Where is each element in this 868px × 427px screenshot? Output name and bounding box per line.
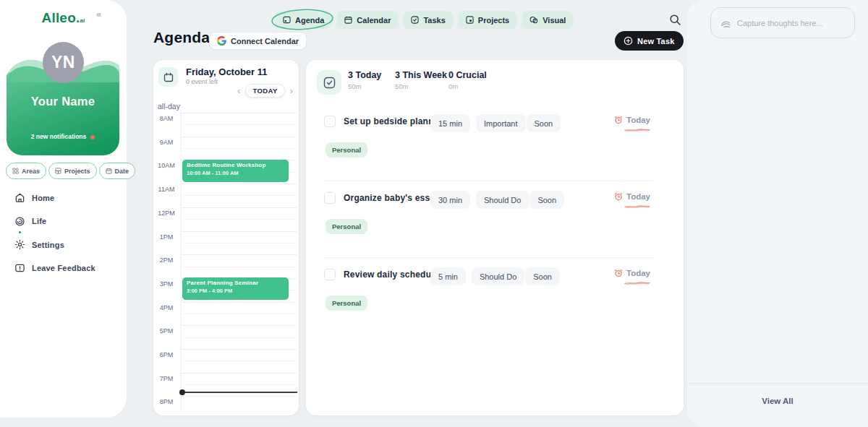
hour-label: 1PM [153, 233, 179, 241]
chevron-right-icon[interactable]: › [290, 86, 293, 95]
due-date[interactable]: Today [614, 192, 650, 201]
half-hour-line [181, 243, 297, 243]
filter-date-label: Date [115, 168, 129, 175]
tab-tasks[interactable]: Tasks [403, 11, 453, 29]
task-title[interactable]: Review daily schedule [344, 269, 439, 280]
row-divider [324, 257, 653, 258]
stat-crucial: 0 Crucial 0m [448, 70, 487, 90]
projects-icon [55, 168, 61, 174]
filter-date[interactable]: Date [99, 163, 136, 179]
gear-icon [14, 239, 25, 250]
hour-line [181, 373, 297, 374]
search-icon[interactable] [669, 14, 682, 27]
tab-agenda[interactable]: Agenda [275, 11, 332, 29]
due-date[interactable]: Today [614, 269, 650, 277]
life-active-dot [19, 231, 21, 233]
duration-chip[interactable]: 30 min [430, 191, 470, 209]
hour-label: 5PM [153, 327, 179, 335]
events-left: 0 event left [186, 78, 218, 85]
thoughts-panel: View All [687, 0, 868, 427]
duration-chip[interactable]: 5 min [430, 267, 466, 285]
google-icon [217, 36, 226, 46]
tab-projects-label: Projects [478, 16, 509, 25]
hour-label: 6PM [153, 351, 179, 358]
task-row: Organize baby's essentials 30 min Should… [306, 191, 684, 234]
nav-item-home[interactable]: Home [14, 192, 95, 203]
urgency-chip[interactable]: Soon [525, 267, 560, 285]
collapse-sidebar-icon[interactable]: « [96, 9, 101, 20]
thoughts-footer: View All [687, 384, 868, 427]
priority-chip[interactable]: Important [476, 114, 525, 132]
task-title[interactable]: Set up bedside planner [344, 116, 442, 126]
nav-item-life[interactable]: Life [14, 216, 95, 227]
task-checkbox[interactable] [324, 192, 336, 204]
hour-label: 8AM [153, 115, 179, 122]
nav-item-settings[interactable]: Settings [14, 239, 95, 250]
sidebar-nav: Home Life Settings Leave Feedback [14, 192, 95, 286]
notification-dot [90, 135, 95, 139]
alarm-clock-icon [614, 192, 623, 201]
calendar-nav: ‹ TODAY › [237, 84, 293, 98]
tab-calendar[interactable]: Calendar [336, 11, 399, 29]
filter-projects[interactable]: Projects [48, 163, 97, 179]
priority-chip[interactable]: Should Do [476, 191, 529, 209]
urgency-chip[interactable]: Soon [529, 191, 564, 209]
task-checkbox[interactable] [324, 116, 336, 127]
new-task-button[interactable]: New Task [615, 31, 684, 51]
tasks-panel: 3 Today 50m 3 This Week 50m 0 Crucial 0m… [306, 60, 684, 415]
today-button[interactable]: TODAY [245, 84, 284, 98]
view-tabs: Agenda Calendar Tasks Projects Visual [275, 11, 574, 29]
duration-chip[interactable]: 15 min [430, 114, 470, 132]
calendar-panel: Friday, October 11 0 event left ‹ TODAY … [153, 60, 299, 415]
calendar-event[interactable]: Bedtime Routine Workshop 10:00 AM - 11:0… [182, 160, 289, 182]
agenda-icon [283, 16, 291, 24]
due-date[interactable]: Today [614, 116, 650, 124]
profile-name: Your Name [7, 95, 119, 108]
home-icon [14, 192, 25, 203]
hour-line [181, 113, 297, 113]
task-row: Review daily schedule 5 min Should Do So… [306, 267, 684, 311]
priority-chip[interactable]: Should Do [472, 267, 524, 285]
nav-life-label: Life [32, 217, 46, 225]
hour-label: 8PM [153, 398, 179, 405]
hour-label: 3PM [153, 280, 179, 288]
half-hour-line [181, 124, 297, 125]
capture-thoughts-box[interactable] [710, 7, 855, 38]
half-hour-line [181, 267, 297, 267]
calendar-event[interactable]: Parent Planning Seminar 3:00 PM - 4:00 P… [182, 277, 289, 300]
tab-calendar-label: Calendar [357, 16, 391, 25]
connect-calendar-button[interactable]: Connect Calendar [209, 32, 307, 50]
nav-settings-label: Settings [32, 241, 64, 249]
capture-input[interactable] [737, 19, 846, 27]
new-task-label: New Task [637, 37, 675, 46]
view-all-link[interactable]: View All [687, 397, 868, 405]
urgency-chip[interactable]: Soon [527, 114, 561, 132]
task-tag-personal[interactable]: Personal [326, 296, 367, 311]
avatar[interactable]: YN [43, 42, 84, 83]
check-square-icon [323, 77, 336, 89]
hour-label: 7PM [153, 375, 179, 382]
filter-areas-label: Areas [22, 168, 40, 175]
hour-line [181, 207, 297, 208]
hour-label: 10AM [153, 162, 179, 169]
nav-home-label: Home [32, 194, 54, 202]
due-scribble-underline [624, 204, 650, 209]
tab-projects[interactable]: Projects [458, 11, 517, 29]
due-label: Today [626, 116, 650, 124]
current-time-dot [179, 389, 185, 395]
notifications-text[interactable]: 2 new notifications [7, 133, 119, 140]
chevron-left-icon[interactable]: ‹ [237, 86, 240, 95]
calendar-grid[interactable]: Bedtime Routine Workshop 10:00 AM - 11:0… [153, 100, 299, 413]
nav-item-leave-feedback[interactable]: Leave Feedback [14, 263, 95, 274]
alarm-clock-icon [614, 116, 623, 124]
filter-areas[interactable]: Areas [6, 163, 46, 179]
projects-tab-icon [466, 16, 474, 24]
task-tag-personal[interactable]: Personal [326, 219, 367, 234]
life-target-icon [14, 216, 25, 227]
hour-line [181, 184, 297, 184]
task-tag-personal[interactable]: Personal [326, 142, 367, 158]
tab-visual[interactable]: Visual [522, 11, 574, 29]
calendar-tab-icon [344, 16, 352, 24]
task-checkbox[interactable] [324, 269, 336, 280]
event-time: 3:00 PM - 4:00 PM [187, 288, 284, 294]
